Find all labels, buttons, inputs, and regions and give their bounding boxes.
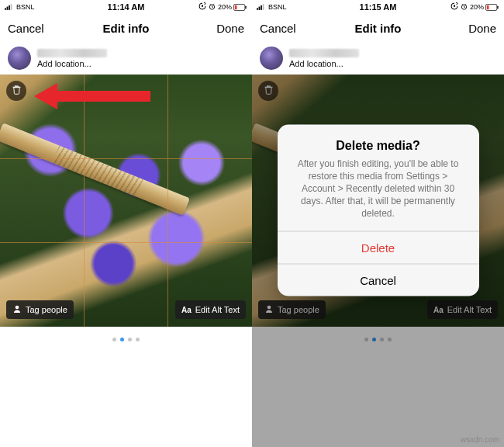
trash-icon [12, 84, 22, 98]
tag-people-label: Tag people [278, 305, 319, 314]
person-icon [12, 304, 22, 315]
grid-overlay [0, 74, 252, 327]
dialog-cancel-button[interactable]: Cancel [278, 263, 479, 296]
tag-people-label: Tag people [26, 305, 67, 314]
avatar[interactable] [260, 47, 283, 70]
done-button[interactable]: Done [468, 22, 496, 35]
dialog-delete-button[interactable]: Delete [278, 230, 479, 263]
watermark: wsxdn.com [461, 435, 499, 444]
dot [388, 338, 392, 341]
navbar: Cancel Edit info Done [252, 14, 504, 42]
statusbar: BSNL 11:14 AM 20% [0, 0, 252, 14]
add-location-button[interactable]: Add location... [289, 59, 359, 68]
edit-alt-text-button[interactable]: Aa Edit Alt Text [427, 300, 498, 319]
dot [112, 338, 116, 341]
screen-right: BSNL 11:15 AM 20% Cancel Edit info Done [252, 0, 504, 447]
add-location-button[interactable]: Add location... [37, 59, 107, 68]
photo-carousel[interactable]: Tag people Aa Edit Alt Text [0, 74, 252, 327]
navbar: Cancel Edit info Done [0, 14, 252, 42]
carousel-dots [0, 327, 252, 352]
delete-dialog: Delete media? After you finish editing, … [278, 124, 479, 296]
post-header: Add location... [252, 42, 504, 74]
dot [380, 338, 384, 341]
statusbar: BSNL 11:15 AM 20% [252, 0, 504, 14]
avatar[interactable] [8, 47, 31, 70]
dialog-message: After you finish editing, you'll be able… [292, 157, 465, 220]
clock: 11:15 AM [360, 2, 397, 12]
alt-text-label: Edit Alt Text [195, 305, 240, 314]
clock: 11:14 AM [108, 2, 145, 12]
tag-people-button[interactable]: Tag people [6, 300, 74, 319]
delete-media-button[interactable] [258, 81, 278, 101]
tag-people-button[interactable]: Tag people [258, 300, 326, 319]
aa-icon: Aa [433, 306, 444, 314]
dot-active [120, 338, 124, 341]
svg-point-9 [16, 306, 19, 310]
svg-point-19 [268, 306, 271, 310]
post-header: Add location... [0, 42, 252, 74]
carousel-dots [252, 327, 504, 352]
dot [128, 338, 132, 341]
dialog-title: Delete media? [292, 138, 465, 152]
screen-left: BSNL 11:14 AM 20% Cancel Edit info Done [0, 0, 252, 447]
cancel-button[interactable]: Cancel [260, 22, 296, 35]
edit-alt-text-button[interactable]: Aa Edit Alt Text [175, 300, 246, 319]
dot [136, 338, 140, 341]
dot-active [372, 338, 376, 341]
delete-media-button[interactable] [6, 81, 26, 101]
username-blurred [37, 49, 107, 57]
alt-text-label: Edit Alt Text [447, 305, 492, 314]
cancel-button[interactable]: Cancel [8, 22, 44, 35]
username-blurred [289, 49, 359, 57]
person-icon [264, 304, 274, 315]
aa-icon: Aa [181, 306, 192, 314]
done-button[interactable]: Done [216, 22, 244, 35]
trash-icon [264, 84, 274, 98]
dot [364, 338, 368, 341]
